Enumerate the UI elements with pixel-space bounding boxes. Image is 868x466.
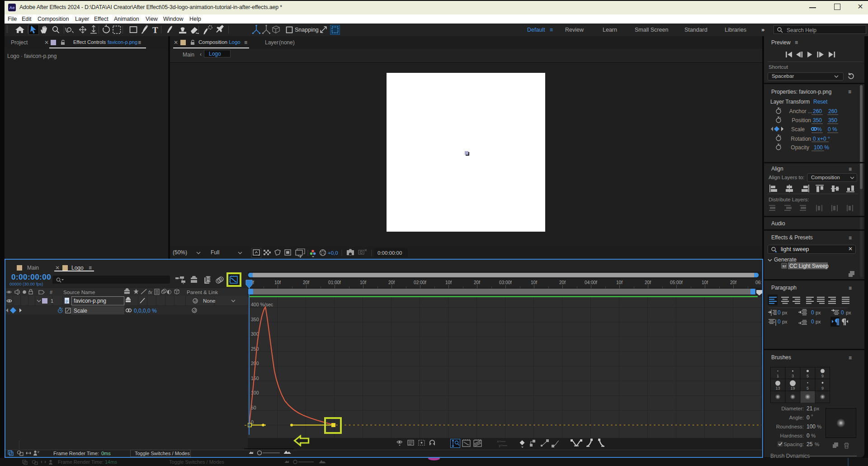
svg-text:0,0,0,0 %: 0,0,0,0 % — [134, 308, 157, 314]
svg-text:x=: x= — [497, 439, 501, 443]
svg-text:Source Name: Source Name — [63, 290, 95, 295]
svg-text:Frame Render Time:: Frame Render Time: — [53, 451, 99, 456]
svg-text:0:00:00:00: 0:00:00:00 — [377, 250, 402, 256]
svg-text:19: 19 — [790, 386, 795, 390]
svg-text:Toggle Switches / Modes: Toggle Switches / Modes — [169, 459, 224, 465]
svg-text:400 %/sec: 400 %/sec — [251, 302, 273, 307]
svg-text:Parent & Link: Parent & Link — [187, 290, 218, 295]
svg-text:1: 1 — [777, 374, 779, 378]
svg-text:#: # — [50, 290, 53, 295]
svg-text:5: 5 — [807, 374, 809, 378]
svg-text:T: T — [152, 25, 158, 35]
svg-text:9: 9 — [821, 386, 824, 390]
svg-text:Frame Render Time:: Frame Render Time: — [58, 459, 104, 465]
svg-text:0ms: 0ms — [101, 451, 111, 456]
svg-text:Scale: Scale — [74, 308, 87, 314]
svg-text:+0,0: +0,0 — [328, 250, 338, 256]
svg-text:9: 9 — [821, 374, 824, 378]
svg-text:None: None — [203, 298, 216, 304]
svg-text:favicon-p.png: favicon-p.png — [74, 298, 106, 304]
svg-text:3: 3 — [792, 374, 794, 378]
svg-text:14ms: 14ms — [105, 459, 117, 465]
svg-text:5: 5 — [807, 386, 809, 390]
svg-text:fx: fx — [148, 290, 152, 295]
svg-text:Snapping: Snapping — [295, 27, 319, 33]
svg-text:1: 1 — [51, 298, 53, 304]
svg-text:y=: y= — [499, 443, 503, 447]
svg-text:Toggle Switches / Modes: Toggle Switches / Modes — [135, 451, 190, 456]
svg-text:13: 13 — [775, 386, 780, 390]
